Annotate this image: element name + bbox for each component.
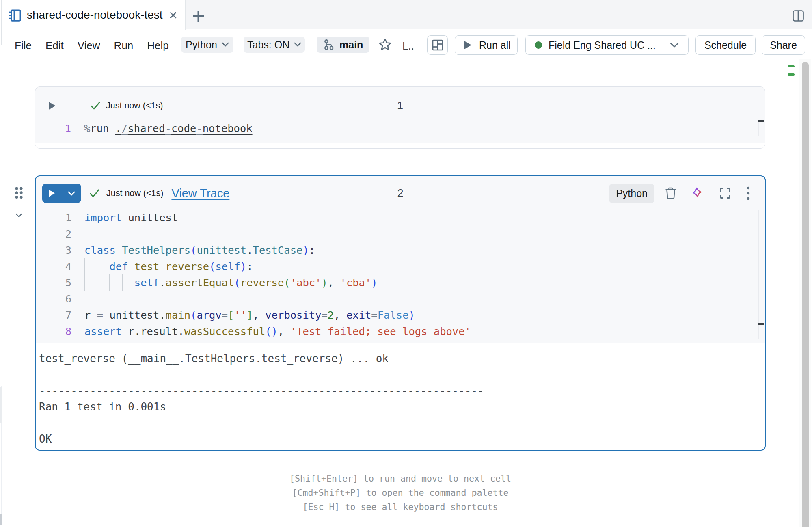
line-number: 1 <box>36 210 71 226</box>
tabs-toggle-label: Tabs: ON <box>247 39 289 51</box>
notebook-canvas: Just now (<1s) 1 1%run ./shared-code-not… <box>0 61 798 527</box>
truncated-breadcrumb-link[interactable]: L.. <box>402 40 414 52</box>
line-number: 8 <box>36 323 71 339</box>
play-icon <box>464 41 472 50</box>
code-token: self <box>134 276 159 289</box>
code-token: TestHelpers <box>122 244 190 256</box>
run-all-button[interactable]: Run all <box>455 35 518 55</box>
cell-1-code[interactable]: 1%run ./shared-code-notebook <box>35 120 765 136</box>
code-token: : <box>309 244 315 256</box>
code-text: assert r.result.wasSuccessful(), 'Test f… <box>84 323 471 339</box>
code-token: = <box>322 309 328 321</box>
left-scroll-indicator-bottom <box>0 514 2 525</box>
cell-collapse-chevron[interactable] <box>15 213 22 218</box>
output-text: test_reverse (__main__.TestHelpers.test_… <box>39 351 765 447</box>
code-text: import unittest <box>84 210 178 226</box>
code-token: def <box>109 260 128 272</box>
split-view-icon-glyph <box>793 10 804 22</box>
code-text: %run ./shared-code-notebook <box>84 120 253 136</box>
new-tab-button[interactable] <box>192 10 204 22</box>
code-token: [ <box>228 309 234 321</box>
line-number: 4 <box>36 258 71 274</box>
output-line: ----------------------------------------… <box>39 383 765 399</box>
assistant-sparkle-icon[interactable] <box>690 187 704 200</box>
play-icon-glyph <box>464 41 472 50</box>
code-token: = <box>97 309 103 321</box>
code-line-4[interactable]: 4 def test_reverse(self): <box>36 258 765 274</box>
code-line-6[interactable]: 6 <box>36 291 765 307</box>
share-button[interactable]: Share <box>762 35 805 55</box>
layout-button[interactable] <box>427 35 448 55</box>
code-token: ) <box>408 309 415 321</box>
code-token: assert <box>84 325 122 337</box>
minimap-cell-1-marker[interactable] <box>788 65 795 67</box>
output-line <box>39 367 765 383</box>
output-line: Ran 1 test in 0.001s <box>39 399 765 415</box>
cluster-selector[interactable]: Field Eng Shared UC ... <box>525 35 689 55</box>
schedule-label: Schedule <box>704 39 747 51</box>
share-label: Share <box>770 39 797 51</box>
code-line-5[interactable]: 5 self.assertEqual(reverse('abc'), 'cba'… <box>36 274 765 291</box>
cell-2-header: Just now (<1s) View Trace 2 Python <box>36 184 765 203</box>
code-line-8[interactable]: 8assert r.result.wasSuccessful(), 'Test … <box>36 323 765 339</box>
code-line-7[interactable]: 7r = unittest.main(argv=[''], verbosity=… <box>36 307 765 323</box>
truncated-link-text: L <box>402 40 408 52</box>
assistant-sparkle-icon-glyph <box>691 187 704 200</box>
code-line-1[interactable]: 1import unittest <box>36 210 765 226</box>
cell-1-collapsed-results[interactable] <box>35 143 765 148</box>
menu-edit[interactable]: Edit <box>45 39 64 52</box>
code-token: reverse <box>240 276 284 289</box>
code-token: import <box>84 212 122 224</box>
tab-close-icon[interactable] <box>170 12 177 19</box>
code-token: exit <box>346 309 371 321</box>
code-token <box>128 260 134 272</box>
branch-icon-glyph <box>323 39 335 50</box>
cell-menu-kebab-icon[interactable] <box>745 186 751 200</box>
code-token: = <box>222 309 228 321</box>
code-token: , <box>328 276 340 289</box>
cell-2-code[interactable]: 1import unittest23class TestHelpers(unit… <box>36 210 765 339</box>
code-line-3[interactable]: 3class TestHelpers(unittest.TestCase): <box>36 242 765 258</box>
expand-cell-button[interactable] <box>718 187 732 199</box>
menu-run[interactable]: Run <box>114 39 134 52</box>
chevron-down-icon <box>294 42 301 47</box>
code-token: , <box>278 325 290 337</box>
cell-drag-handle[interactable] <box>15 187 23 199</box>
delete-cell-button[interactable] <box>663 187 678 200</box>
scrollbar-track[interactable] <box>799 59 811 527</box>
split-view-icon[interactable] <box>793 10 804 22</box>
language-selector[interactable]: Python <box>181 37 233 53</box>
overview-ruler <box>758 210 759 339</box>
branch-name: main <box>339 39 363 51</box>
minimap-cell-2-marker[interactable] <box>788 73 795 76</box>
code-line-2[interactable]: 2 <box>36 226 765 242</box>
menu-view[interactable]: View <box>78 39 100 52</box>
code-text: self.assertEqual(reverse('abc'), 'cba') <box>84 274 378 291</box>
favorite-star-icon[interactable] <box>378 38 392 52</box>
code-token: class <box>84 244 116 256</box>
expand-icon <box>719 187 731 199</box>
code-token: main <box>166 309 190 321</box>
schedule-button[interactable]: Schedule <box>695 35 756 55</box>
line-number: 7 <box>36 307 71 323</box>
menu-help[interactable]: Help <box>147 39 168 52</box>
scrollbar-thumb[interactable] <box>802 62 809 527</box>
cursor-position-marker <box>758 323 764 325</box>
git-branch-selector[interactable]: main <box>317 37 369 53</box>
code-token: 'abc' <box>290 276 322 289</box>
keyboard-hints: [Shift+Enter] to run and move to next ce… <box>35 471 766 514</box>
code-token: ( <box>209 260 215 272</box>
cell-language-label: Python <box>616 188 648 199</box>
notebook-tab[interactable]: shared-code-notebook-test <box>0 0 186 30</box>
code-line-1[interactable]: 1%run ./shared-code-notebook <box>35 120 765 136</box>
code-token: test_reverse <box>134 260 209 272</box>
menu-file[interactable]: File <box>15 39 32 52</box>
cell-1[interactable]: Just now (<1s) 1 1%run ./shared-code-not… <box>35 86 765 149</box>
tabs-toggle[interactable]: Tabs: ON <box>244 37 305 53</box>
code-token: , <box>334 309 346 321</box>
code-token: verbosity <box>265 309 321 321</box>
cell-2[interactable]: Just now (<1s) View Trace 2 Python <box>35 175 766 451</box>
branch-icon <box>323 39 335 50</box>
cell-language-pill[interactable]: Python <box>609 184 654 203</box>
code-token: 'cba' <box>340 276 371 289</box>
